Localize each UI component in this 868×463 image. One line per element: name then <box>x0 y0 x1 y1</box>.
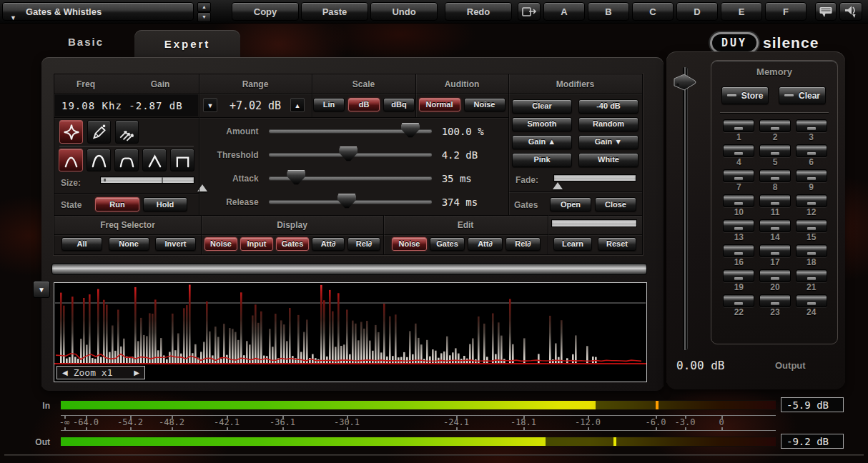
edit-noise-button[interactable]: Noise <box>392 237 427 251</box>
modifier-clear-button[interactable]: Clear <box>512 99 572 114</box>
shape-narrow-bell-button[interactable] <box>59 149 83 171</box>
modifier-pink-button[interactable]: Pink <box>512 153 572 167</box>
reset-button[interactable]: Reset <box>598 237 636 251</box>
memory-slot-button-7[interactable] <box>723 169 754 182</box>
memory-slot-button-19[interactable] <box>723 269 754 282</box>
memory-slot-button-24[interactable] <box>796 294 827 307</box>
redo-button[interactable]: Redo <box>445 2 512 21</box>
memory-slot-button-5[interactable] <box>759 144 791 157</box>
display-noise-button[interactable]: Noise <box>204 237 237 251</box>
slot-b-button[interactable]: B <box>588 2 629 21</box>
output-fader-thumb[interactable] <box>673 73 697 91</box>
state-run-button[interactable]: Run <box>95 197 139 211</box>
edit-att-button[interactable]: Att∂ <box>468 237 503 251</box>
state-hold-button[interactable]: Hold <box>143 197 187 211</box>
preset-dropdown-icon[interactable]: ▼ <box>10 9 16 27</box>
scale-db-button[interactable]: dB <box>348 98 380 111</box>
memory-slot-button-12[interactable] <box>796 194 827 207</box>
memory-store-button[interactable]: Store <box>721 86 769 104</box>
modifier-gain-up-button[interactable]: Gain ▲ <box>512 135 572 149</box>
memory-slot-button-8[interactable] <box>759 169 791 182</box>
shape-triangle-button[interactable] <box>142 149 167 171</box>
learn-button[interactable]: Learn <box>553 237 592 251</box>
audio-help-button[interactable] <box>839 2 862 21</box>
param-slider-track[interactable] <box>269 129 432 133</box>
edit-rel-button[interactable]: Rel∂ <box>505 237 541 251</box>
preset-spinner-up-button[interactable]: ▲ <box>197 2 211 12</box>
memory-slot-button-18[interactable] <box>796 244 827 257</box>
tab-expert[interactable]: Expert <box>134 30 240 59</box>
memory-slot-button-14[interactable] <box>759 219 791 232</box>
copy-to-slot-button[interactable] <box>518 2 541 21</box>
spectrum-collapse-button[interactable]: ▼ <box>33 281 50 298</box>
memory-slot-button-16[interactable] <box>723 244 754 257</box>
undo-button[interactable]: Undo <box>370 2 438 21</box>
audition-noise-button[interactable]: Noise <box>464 98 505 111</box>
tab-basic[interactable]: Basic <box>68 36 104 48</box>
memory-slot-button-17[interactable] <box>759 244 791 257</box>
slot-f-button[interactable]: F <box>765 2 807 21</box>
shape-plateau-button[interactable] <box>114 149 139 171</box>
memory-slot-button-20[interactable] <box>759 269 791 282</box>
memory-slot-button-10[interactable] <box>723 194 754 207</box>
preset-spinner-down-button[interactable]: ▼ <box>197 12 211 22</box>
modifier-random-button[interactable]: Random <box>578 117 638 131</box>
output-fader-track[interactable] <box>683 67 688 350</box>
keyboard-help-button[interactable] <box>815 2 837 21</box>
gates-close-button[interactable]: Close <box>595 197 636 211</box>
param-slider-track[interactable] <box>269 153 432 156</box>
fade-slider-thumb[interactable] <box>553 182 563 189</box>
modifier-gain-down-button[interactable]: Gain ▼ <box>578 135 638 149</box>
tool-pencil-button[interactable] <box>87 120 111 144</box>
display-gates-button[interactable]: Gates <box>276 237 309 251</box>
memory-slot-button-6[interactable] <box>796 144 827 157</box>
display-att-button[interactable]: Att∂ <box>312 237 345 251</box>
scale-lin-button[interactable]: Lin <box>313 98 345 111</box>
freq-select-invert-button[interactable]: Invert <box>155 237 196 251</box>
copy-button[interactable]: Copy <box>232 2 299 21</box>
param-slider-thumb[interactable] <box>287 170 305 185</box>
param-slider-track[interactable] <box>269 200 432 204</box>
freq-select-all-button[interactable]: All <box>61 237 102 251</box>
memory-clear-button[interactable]: Clear <box>779 86 826 104</box>
memory-slot-button-1[interactable] <box>723 119 754 132</box>
fade-slider[interactable] <box>553 174 636 181</box>
shape-square-button[interactable] <box>170 149 194 171</box>
slot-c-button[interactable]: C <box>632 2 674 21</box>
preset-name-field[interactable]: ▼ Gates & Whistles <box>2 2 194 21</box>
param-slider-thumb[interactable] <box>401 123 420 138</box>
slot-a-button[interactable]: A <box>543 2 585 21</box>
tool-hatch-button[interactable] <box>115 120 139 144</box>
memory-slot-button-2[interactable] <box>759 119 791 132</box>
spectrum-display[interactable]: ◀ Zoom x1 ▶ <box>54 282 647 382</box>
edit-gates-button[interactable]: Gates <box>430 237 465 251</box>
display-input-button[interactable]: Input <box>240 237 273 251</box>
freq-select-none-button[interactable]: None <box>109 237 149 251</box>
memory-slot-button-23[interactable] <box>759 294 791 307</box>
modifier-40-db-button[interactable]: -40 dB <box>578 99 638 114</box>
shape-wide-bell-button[interactable] <box>87 149 111 171</box>
zoom-in-button[interactable]: ▶ <box>134 369 139 377</box>
range-increment-button[interactable]: ▲ <box>290 98 305 112</box>
size-slider[interactable] <box>100 176 194 184</box>
spectrum-scrollbar[interactable] <box>51 263 647 275</box>
modifier-smooth-button[interactable]: Smooth <box>512 117 572 131</box>
memory-slot-button-9[interactable] <box>796 169 827 182</box>
memory-slot-button-13[interactable] <box>723 219 754 232</box>
slot-d-button[interactable]: D <box>676 2 718 21</box>
memory-slot-button-21[interactable] <box>796 269 827 282</box>
modifier-white-button[interactable]: White <box>578 153 638 167</box>
zoom-out-button[interactable]: ◀ <box>62 369 68 377</box>
memory-slot-button-3[interactable] <box>796 119 827 132</box>
display-rel-button[interactable]: Rel∂ <box>347 237 380 251</box>
tool-node-button[interactable] <box>59 120 83 144</box>
scale-dbq-button[interactable]: dBq <box>383 98 415 111</box>
gates-open-button[interactable]: Open <box>550 197 591 211</box>
slot-e-button[interactable]: E <box>721 2 762 21</box>
paste-button[interactable]: Paste <box>301 2 368 21</box>
output-fader[interactable] <box>672 64 698 353</box>
range-decrement-button[interactable]: ▼ <box>203 98 217 112</box>
param-slider-thumb[interactable] <box>339 146 357 161</box>
param-slider-track[interactable] <box>269 176 432 180</box>
memory-slot-button-15[interactable] <box>796 219 827 232</box>
